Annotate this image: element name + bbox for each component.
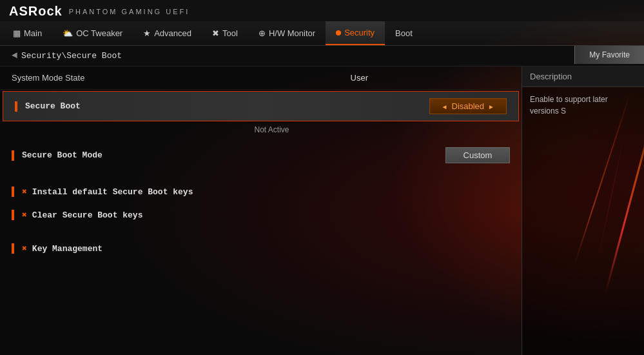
secure-boot-mode-indicator [12,150,14,161]
section-gap2 [0,227,522,237]
secure-boot-row[interactable]: Secure Boot Disabled [3,91,519,121]
nav-label-security: Security [344,28,375,37]
breadcrumb-arrow-icon: ◄ [12,50,17,61]
nav-item-main[interactable]: ▦ Main [3,21,52,45]
brand-logo: ASRock [9,4,63,19]
clear-keys-row[interactable]: ✖ Clear Secure Boot keys [0,203,522,227]
install-keys-label: Install default Secure Boot keys [32,187,510,197]
nav-item-security[interactable]: Security [326,21,385,45]
brand-subtitle: PHANTOM GAMING UEFI [69,8,190,15]
secure-boot-value[interactable]: Disabled [429,98,507,114]
secure-boot-label: Secure Boot [25,101,429,111]
description-panel: Description Enable to support later vers… [522,66,644,355]
key-management-indicator [12,243,14,254]
description-text: Enable to support later versions S [522,87,644,123]
key-management-row[interactable]: ✖ Key Management [0,237,522,260]
clear-keys-label: Clear Secure Boot keys [32,210,510,220]
key-management-icon: ✖ [22,243,27,254]
secure-boot-status: Not Active [22,123,522,141]
streak3 [598,132,625,259]
clear-keys-indicator [12,210,14,220]
description-header: Description [522,66,644,87]
breadcrumb-bar: ◄ Security\Secure Boot My Favorite [0,46,644,66]
oc-icon: ⛅ [63,28,73,38]
nav-spacer [423,21,641,45]
secure-boot-mode-value[interactable]: Custom [445,147,510,163]
install-keys-indicator [12,187,14,197]
main-icon: ▦ [13,28,21,38]
nav-label-advanced: Advanced [154,28,191,38]
logo-bar: ASRock PHANTOM GAMING UEFI [0,0,644,21]
brand-logo-text: ASRock [9,4,63,18]
bios-screen: ASRock PHANTOM GAMING UEFI ▦ Main ⛅ OC T… [0,0,644,355]
install-keys-icon: ✖ [22,187,27,197]
key-management-label: Key Management [32,244,510,254]
nav-item-hw-monitor[interactable]: ⊕ H/W Monitor [248,21,326,45]
nav-label-tool: Tool [222,28,238,38]
nav-label-main: Main [24,28,42,38]
nav-item-oc-tweaker[interactable]: ⛅ OC Tweaker [52,21,133,45]
security-dot-icon [336,30,341,36]
nav-item-tool[interactable]: ✖ Tool [202,21,248,45]
streak1 [605,105,644,292]
nav-label-hw: H/W Monitor [269,28,315,38]
system-mode-label: System Mode State [12,73,351,83]
nav-item-advanced[interactable]: ★ Advanced [133,21,202,45]
tool-icon: ✖ [212,28,219,38]
nav-bar: ▦ Main ⛅ OC Tweaker ★ Advanced ✖ Tool ⊕ … [0,21,644,46]
hw-icon: ⊕ [259,28,266,38]
install-keys-row[interactable]: ✖ Install default Secure Boot keys [0,180,522,203]
advanced-icon: ★ [143,28,151,38]
secure-boot-indicator [15,101,17,112]
section-gap [0,170,522,180]
content-left: System Mode State User Secure Boot Disab… [0,66,522,355]
system-mode-value: User [351,73,368,83]
nav-label-oc: OC Tweaker [76,28,122,38]
secure-boot-mode-row[interactable]: Secure Boot Mode Custom [0,141,522,170]
breadcrumb: Security\Secure Boot [21,51,122,61]
nav-item-boot[interactable]: Boot [385,21,423,45]
secure-boot-mode-label: Secure Boot Mode [22,150,445,160]
nav-label-boot: Boot [395,28,413,38]
my-favorite-button[interactable]: My Favorite [574,46,644,64]
main-content: System Mode State User Secure Boot Disab… [0,66,644,355]
clear-keys-icon: ✖ [22,210,27,220]
system-mode-row: System Mode State User [0,66,522,90]
